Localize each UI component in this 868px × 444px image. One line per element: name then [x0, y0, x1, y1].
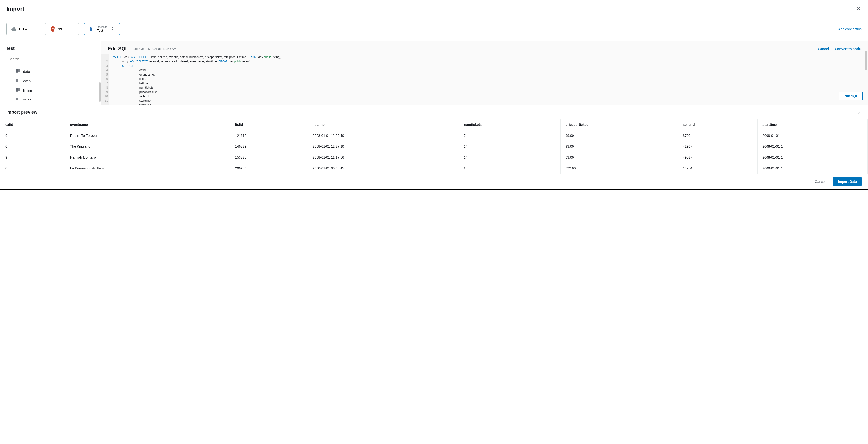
sql-code[interactable]: WITH Ccq7 AS (SELECT listid, sellerid, e… [109, 54, 868, 105]
svg-rect-4 [17, 79, 20, 82]
col-priceperticket: priceperticket [560, 119, 678, 130]
table-icon [17, 88, 20, 93]
redshift-subtitle: Redshift [97, 25, 106, 29]
col-starttime: starttime [757, 119, 868, 130]
table-item-date[interactable]: date [6, 67, 94, 76]
add-connection-link[interactable]: Add connection [838, 27, 862, 31]
redshift-icon [89, 26, 94, 32]
col-sellerid: sellerid [678, 119, 757, 130]
table-row: 8La Damnation de Faust2062802008-01-01 0… [0, 163, 868, 174]
table-row: 9Return To Forever1216102008-01-01 12:09… [0, 130, 868, 141]
preview-table: catideventnamelistidlisttimenumticketspr… [0, 119, 868, 174]
run-sql-button[interactable]: Run SQL [839, 92, 863, 100]
table-name: date [23, 70, 30, 73]
table-item-listing[interactable]: listing [6, 86, 94, 95]
editor-cancel-button[interactable]: Cancel [818, 47, 829, 51]
upload-source-button[interactable]: Upload [6, 23, 40, 35]
editor-title: Edit SQL [108, 46, 128, 52]
table-item-sales[interactable]: sales [6, 95, 94, 100]
convert-to-node-button[interactable]: Convert to node [835, 47, 861, 51]
chevron-collapse-icon[interactable]: ︽ [858, 110, 862, 115]
autosave-status: Autosaved 11/18/21 at 8:30:45 AM [131, 47, 176, 51]
connection-title: Test [6, 46, 95, 51]
svg-rect-0 [17, 69, 20, 73]
modal-title: Import [6, 5, 25, 12]
col-eventname: eventname [65, 119, 230, 130]
table-name: event [23, 79, 31, 83]
table-icon [17, 69, 20, 73]
upload-label: Upload [19, 27, 29, 31]
sidebar-scrollbar[interactable] [99, 82, 101, 102]
s3-bucket-icon [50, 26, 56, 32]
redshift-source-button[interactable]: Redshift Test ⋮ [84, 23, 120, 35]
svg-rect-8 [17, 88, 20, 92]
kebab-icon[interactable]: ⋮ [111, 26, 115, 32]
table-name: listing [23, 89, 32, 93]
table-name: sales [23, 98, 31, 100]
preview-title: Import preview [6, 110, 37, 115]
editor-scrollbar[interactable] [865, 51, 867, 70]
s3-label: S3 [58, 27, 62, 31]
table-icon [17, 79, 20, 83]
tables-list: dateeventlistingsalesusers [6, 67, 95, 100]
close-icon: ✕ [856, 5, 861, 12]
table-search-input[interactable] [6, 55, 96, 63]
footer-cancel-button[interactable]: Cancel [812, 177, 829, 186]
import-data-button[interactable]: Import Data [833, 177, 862, 186]
cloud-upload-icon [11, 26, 17, 32]
s3-source-button[interactable]: S3 [45, 23, 79, 35]
col-listid: listid [230, 119, 308, 130]
close-button[interactable]: ✕ [855, 4, 862, 13]
line-gutter: 1234567891011 [101, 54, 109, 105]
source-bar: Upload S3 Redshift Test ⋮ Add connection [0, 17, 868, 41]
col-catid: catid [0, 119, 65, 130]
col-listtime: listtime [308, 119, 459, 130]
table-row: 9Hannah Montana1538352008-01-01 11:17:16… [0, 152, 868, 163]
table-row: 6The King and I1468392008-01-01 12:37:20… [0, 141, 868, 152]
table-item-event[interactable]: event [6, 76, 94, 86]
table-icon [17, 98, 20, 100]
sql-editor[interactable]: 1234567891011 WITH Ccq7 AS (SELECT listi… [101, 54, 868, 105]
redshift-title: Test [97, 29, 103, 33]
col-numtickets: numtickets [459, 119, 561, 130]
